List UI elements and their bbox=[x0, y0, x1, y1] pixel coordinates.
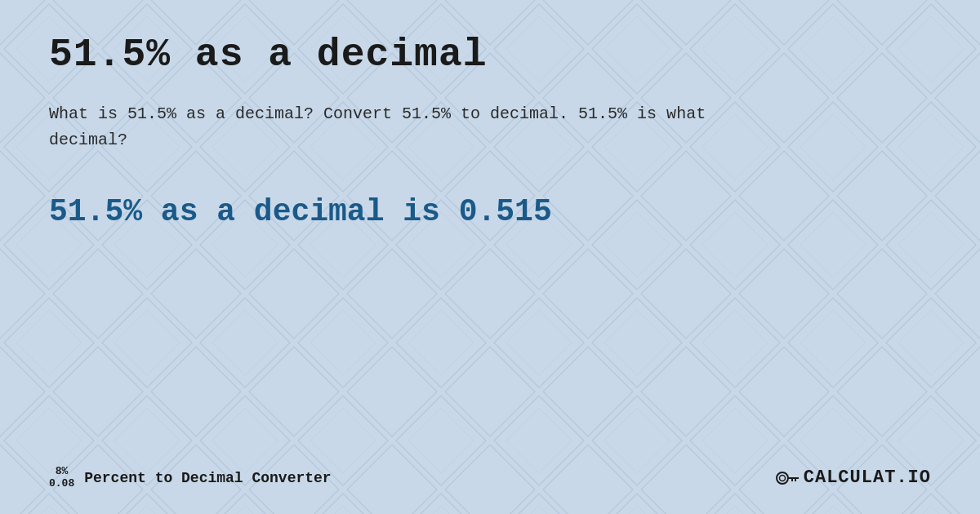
footer-left: 8% 0.08 Percent to Decimal Converter bbox=[49, 466, 332, 490]
percent-top: 8% bbox=[56, 466, 69, 477]
result-text: 51.5% as a decimal is 0.515 bbox=[49, 194, 931, 229]
svg-point-7 bbox=[779, 475, 785, 481]
svg-point-6 bbox=[777, 472, 788, 484]
percent-bottom: 0.08 bbox=[49, 478, 74, 490]
footer: 8% 0.08 Percent to Decimal Converter CAL… bbox=[49, 450, 931, 490]
logo[interactable]: CALCULAT.IO bbox=[774, 467, 931, 490]
percent-icon: 8% 0.08 bbox=[49, 466, 74, 490]
footer-label: Percent to Decimal Converter bbox=[84, 470, 331, 486]
logo-text: CALCULAT.IO bbox=[804, 467, 931, 488]
logo-icon bbox=[774, 467, 800, 490]
page-title: 51.5% as a decimal bbox=[49, 33, 931, 77]
description-text: What is 51.5% as a decimal? Convert 51.5… bbox=[49, 101, 784, 153]
